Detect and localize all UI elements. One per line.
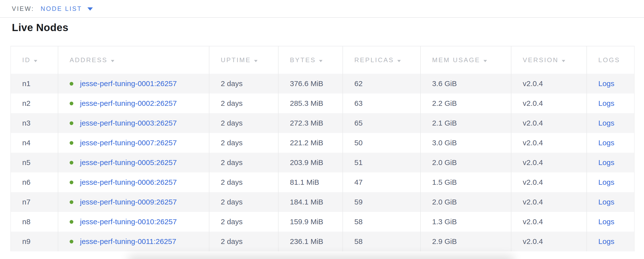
view-label: VIEW: <box>12 5 34 12</box>
cell-bytes: 272.3 MiB <box>278 113 342 133</box>
cell-version: v2.0.4 <box>511 212 586 232</box>
sort-arrow-icon <box>319 60 322 62</box>
cell-uptime: 2 days <box>209 74 278 93</box>
node-id: n3 <box>22 119 30 127</box>
node-address-link[interactable]: jesse-perf-tuning-0003:26257 <box>80 119 177 127</box>
column-header-mem-usage[interactable]: MEM USAGE <box>420 46 511 74</box>
node-version: v2.0.4 <box>523 139 543 147</box>
node-logs-link[interactable]: Logs <box>598 139 614 147</box>
node-uptime: 2 days <box>221 178 242 186</box>
node-logs-link[interactable]: Logs <box>598 79 614 88</box>
node-logs-link[interactable]: Logs <box>598 218 614 226</box>
node-version: v2.0.4 <box>523 99 543 107</box>
cell-uptime: 2 days <box>209 232 278 251</box>
node-address-link[interactable]: jesse-perf-tuning-0009:26257 <box>80 198 177 206</box>
view-selector-dropdown[interactable]: NODE LIST <box>40 5 93 12</box>
node-replicas: 63 <box>354 99 362 107</box>
node-address-link[interactable]: jesse-perf-tuning-0011:26257 <box>80 237 176 246</box>
node-logs-link[interactable]: Logs <box>598 198 614 206</box>
node-address-link[interactable]: jesse-perf-tuning-0010:26257 <box>80 218 177 226</box>
node-status-healthy-icon <box>70 181 73 184</box>
node-row-n4: n4jesse-perf-tuning-0007:262572 days221.… <box>11 133 634 153</box>
cell-id: n6 <box>11 172 58 192</box>
column-header-replicas[interactable]: REPLICAS <box>342 46 420 74</box>
node-row-n7: n7jesse-perf-tuning-0009:262572 days184.… <box>11 192 634 212</box>
cell-uptime: 2 days <box>209 192 278 212</box>
node-version: v2.0.4 <box>523 79 543 88</box>
cell-id: n7 <box>11 192 58 212</box>
cell-replicas: 63 <box>342 93 420 113</box>
cell-version: v2.0.4 <box>511 93 586 113</box>
table-header-row: ID ADDRESS UPTIME BYTES REPLICAS MEM USA… <box>11 46 634 74</box>
cell-replicas: 58 <box>342 232 420 251</box>
node-bytes: 159.9 MiB <box>290 218 323 226</box>
cell-version: v2.0.4 <box>511 232 586 251</box>
node-replicas: 51 <box>354 158 362 167</box>
node-address-link[interactable]: jesse-perf-tuning-0006:26257 <box>80 178 177 186</box>
node-address-link[interactable]: jesse-perf-tuning-0007:26257 <box>80 139 177 147</box>
column-header-address[interactable]: ADDRESS <box>58 46 209 74</box>
node-logs-link[interactable]: Logs <box>598 119 614 127</box>
node-version: v2.0.4 <box>523 237 543 246</box>
cell-mem_usage: 3.6 GiB <box>420 74 511 93</box>
column-header-id[interactable]: ID <box>11 46 58 74</box>
node-status-healthy-icon <box>70 240 73 244</box>
cell-uptime: 2 days <box>209 93 278 113</box>
node-version: v2.0.4 <box>523 158 543 167</box>
node-bytes: 272.3 MiB <box>290 119 323 127</box>
node-mem-usage: 1.5 GiB <box>432 178 457 186</box>
column-header-version[interactable]: VERSION <box>511 46 586 74</box>
cell-replicas: 65 <box>342 113 420 133</box>
node-logs-link[interactable]: Logs <box>598 99 614 107</box>
node-version: v2.0.4 <box>523 178 543 186</box>
cell-version: v2.0.4 <box>511 133 586 153</box>
cell-logs: Logs <box>586 212 634 232</box>
node-row-n6: n6jesse-perf-tuning-0006:262572 days81.1… <box>11 172 634 192</box>
node-replicas: 50 <box>354 139 362 147</box>
node-version: v2.0.4 <box>523 119 543 127</box>
cell-version: v2.0.4 <box>511 153 586 172</box>
sort-arrow-icon <box>111 60 114 62</box>
node-row-n5: n5jesse-perf-tuning-0005:262572 days203.… <box>11 153 634 172</box>
node-bytes: 81.1 MiB <box>290 178 319 186</box>
node-address-link[interactable]: jesse-perf-tuning-0001:26257 <box>80 79 177 88</box>
node-row-n1: n1jesse-perf-tuning-0001:262572 days376.… <box>11 74 634 93</box>
node-mem-usage: 3.0 GiB <box>432 139 457 147</box>
cell-mem_usage: 2.0 GiB <box>420 192 511 212</box>
node-status-healthy-icon <box>70 161 73 165</box>
cell-address: jesse-perf-tuning-0007:26257 <box>58 133 209 153</box>
node-uptime: 2 days <box>221 158 242 167</box>
cell-logs: Logs <box>586 172 634 192</box>
cell-bytes: 221.2 MiB <box>278 133 342 153</box>
cell-logs: Logs <box>586 74 634 93</box>
cell-uptime: 2 days <box>209 133 278 153</box>
cell-uptime: 2 days <box>209 212 278 232</box>
node-logs-link[interactable]: Logs <box>598 237 614 246</box>
node-row-n8: n8jesse-perf-tuning-0010:262572 days159.… <box>11 212 634 232</box>
node-logs-link[interactable]: Logs <box>598 178 614 186</box>
node-bytes: 376.6 MiB <box>290 79 323 88</box>
cell-id: n9 <box>11 232 58 251</box>
sort-arrow-icon <box>562 60 565 62</box>
node-uptime: 2 days <box>221 237 242 246</box>
node-address-link[interactable]: jesse-perf-tuning-0005:26257 <box>80 158 177 167</box>
node-uptime: 2 days <box>221 218 242 226</box>
cell-mem_usage: 3.0 GiB <box>420 133 511 153</box>
cell-address: jesse-perf-tuning-0009:26257 <box>58 192 209 212</box>
node-bytes: 184.1 MiB <box>290 198 323 206</box>
node-id: n8 <box>22 218 30 226</box>
node-status-healthy-icon <box>70 121 73 125</box>
node-row-n3: n3jesse-perf-tuning-0003:262572 days272.… <box>11 113 634 133</box>
node-address-link[interactable]: jesse-perf-tuning-0002:26257 <box>80 99 177 107</box>
node-bytes: 221.2 MiB <box>290 139 323 147</box>
column-header-bytes[interactable]: BYTES <box>278 46 342 74</box>
cell-id: n3 <box>11 113 58 133</box>
node-status-healthy-icon <box>70 82 73 86</box>
cell-bytes: 81.1 MiB <box>278 172 342 192</box>
node-id: n2 <box>22 99 30 107</box>
column-header-uptime[interactable]: UPTIME <box>209 46 278 74</box>
cell-logs: Logs <box>586 93 634 113</box>
cell-bytes: 236.1 MiB <box>278 232 342 251</box>
cell-version: v2.0.4 <box>511 172 586 192</box>
node-logs-link[interactable]: Logs <box>598 158 614 167</box>
